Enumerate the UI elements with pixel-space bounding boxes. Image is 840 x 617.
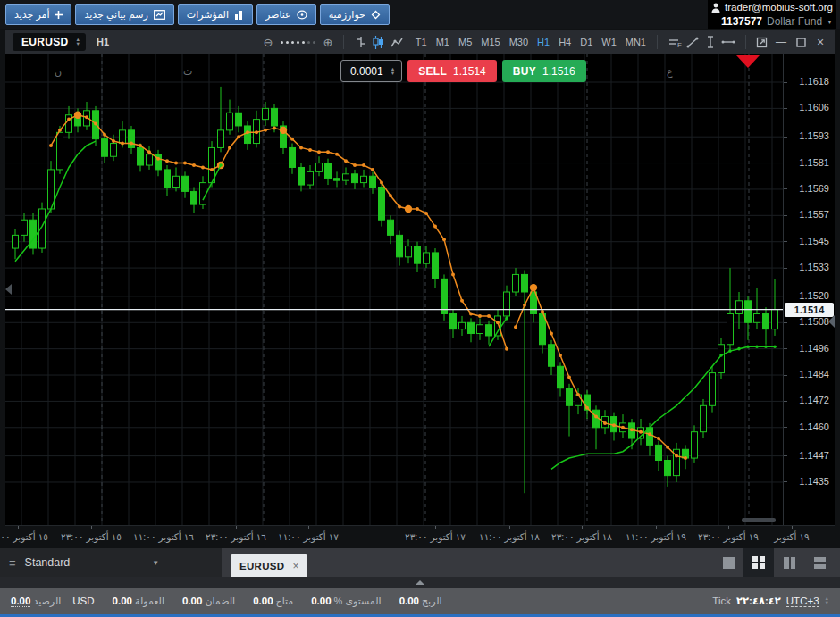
bull-candle bbox=[227, 113, 233, 130]
time-axis-label: ١٧ أكتوبر ١١:٠٠ bbox=[278, 531, 339, 542]
layout-grid-icon[interactable] bbox=[743, 548, 774, 577]
layout-single-icon[interactable] bbox=[713, 548, 743, 577]
bear-candle bbox=[325, 163, 332, 179]
bear-candle bbox=[272, 108, 278, 126]
indicator-line bbox=[15, 141, 96, 262]
timeframe-h1[interactable]: H1 bbox=[534, 35, 552, 49]
bull-candle bbox=[200, 183, 206, 204]
timeframe-m30[interactable]: M30 bbox=[507, 35, 531, 49]
metric-label: الربح bbox=[422, 596, 442, 607]
close-icon[interactable]: × bbox=[813, 35, 827, 49]
trendline-tool-icon[interactable] bbox=[684, 34, 701, 50]
timeframe-w1[interactable]: W1 bbox=[599, 35, 619, 49]
bull-candle bbox=[21, 220, 28, 235]
metric-value: 0.00 bbox=[182, 596, 202, 606]
bull-candle bbox=[218, 130, 224, 148]
indicators-button[interactable]: المؤشرات bbox=[178, 4, 253, 25]
bar-chart-type-icon[interactable] bbox=[352, 34, 370, 50]
layout-vertical-split-icon[interactable] bbox=[774, 548, 804, 577]
svg-text:F: F bbox=[677, 41, 682, 47]
popup-window-icon[interactable] bbox=[754, 35, 769, 49]
buy-button[interactable]: BUY 1.1516 bbox=[502, 60, 586, 82]
zoom-in-button[interactable]: ⊕ bbox=[321, 36, 335, 49]
spinner-arrows-icon[interactable]: ▲▼ bbox=[391, 67, 395, 76]
bear-candle bbox=[665, 461, 671, 476]
metric-value[interactable]: 0.00 bbox=[11, 596, 30, 607]
new-order-button[interactable]: أمر جديد bbox=[5, 4, 71, 25]
bull-candle bbox=[727, 313, 734, 344]
volume-stepper[interactable]: 0.0001 ▲▼ bbox=[340, 60, 402, 82]
zoom-out-button[interactable]: ⊖ bbox=[261, 36, 275, 49]
clock-panel: Tick ٢٢:٤٨:٤٢ UTC+3 ▲▼ bbox=[712, 595, 829, 607]
object-list-icon[interactable]: F bbox=[666, 34, 684, 50]
symbol-select[interactable]: EURUSD ▲▼ bbox=[13, 33, 86, 51]
axis-scroll-arrow[interactable] bbox=[828, 315, 835, 328]
bear-candle bbox=[236, 113, 242, 126]
toolbar-buttons: أمر جديدرسم بياني جديدالمؤشراتعناصرخوارز… bbox=[5, 4, 390, 25]
horizontal-line-tool-icon[interactable] bbox=[719, 34, 737, 50]
metric-value: 0.00 bbox=[253, 596, 273, 606]
bull-candle bbox=[772, 310, 778, 329]
account-selector[interactable]: 1137577 Dollar Fund ▼ bbox=[708, 14, 836, 29]
time-axis-label: ١٨ أكتوبر ٢٣:٠٠ bbox=[551, 531, 612, 542]
vertical-line-tool-icon[interactable] bbox=[701, 34, 719, 50]
bull-candle bbox=[147, 154, 153, 165]
maximize-icon[interactable] bbox=[794, 35, 808, 49]
indicator-turn-dot bbox=[530, 284, 537, 291]
timeframe-h4[interactable]: H4 bbox=[556, 35, 574, 49]
zoom-level-dots[interactable] bbox=[281, 41, 315, 44]
account-panel: trader@mobius-soft.org 1137577 Dollar Fu… bbox=[708, 0, 836, 29]
bear-candle bbox=[558, 366, 564, 388]
indicator-turn-dot bbox=[405, 205, 412, 213]
bull-candle bbox=[316, 163, 323, 172]
chart-canvas[interactable]: نثع 0.0001 ▲▼ SELL 1.1514 BUY 1.1516 bbox=[5, 54, 783, 525]
layout-select[interactable]: ≡ Standard ▼ bbox=[0, 548, 222, 577]
bear-candle bbox=[379, 188, 385, 221]
new-chart-button[interactable]: رسم بياني جديد bbox=[75, 4, 173, 25]
price-axis[interactable]: 1.16181.16061.15931.15811.15691.15571.15… bbox=[783, 54, 835, 525]
time-axis-label: ١٩ أكتوبر bbox=[774, 531, 809, 542]
metric-3: 0.00متاح bbox=[253, 596, 293, 607]
price-axis-label: 1.1496 bbox=[799, 343, 829, 354]
price-axis-label: 1.1520 bbox=[799, 290, 829, 301]
metric-value: 0.00 bbox=[311, 596, 331, 606]
chart-window: EURUSD ▲▼ H1 ⊖ ⊕ T1M1M5M15M30H1H4D1W1MN1 bbox=[5, 30, 835, 548]
line-chart-type-icon[interactable] bbox=[388, 34, 406, 50]
layout-horizontal-split-icon[interactable] bbox=[804, 548, 835, 577]
spinner-arrows-icon[interactable]: ▲▼ bbox=[75, 38, 80, 46]
bear-candle bbox=[352, 174, 358, 183]
sell-price: 1.1514 bbox=[453, 65, 486, 78]
bull-candle bbox=[710, 373, 716, 406]
timezone-selector[interactable]: UTC+3 bbox=[786, 596, 819, 607]
bear-candle bbox=[397, 235, 403, 256]
candlestick-chart-type-icon[interactable] bbox=[370, 34, 388, 50]
window-controls: — × bbox=[754, 35, 827, 49]
tab-eurusd[interactable]: EURUSD × bbox=[231, 554, 307, 577]
timeframe-m1[interactable]: M1 bbox=[433, 35, 452, 49]
bear-candle bbox=[522, 274, 528, 292]
period-label: H1 bbox=[97, 37, 109, 47]
spinner-arrows-icon[interactable]: ▲▼ bbox=[825, 596, 829, 605]
bull-candle bbox=[307, 171, 314, 185]
objects-button[interactable]: عناصر bbox=[256, 4, 316, 25]
bull-candle bbox=[459, 322, 466, 329]
algorithm-button[interactable]: خوارزمية bbox=[320, 4, 390, 25]
time-axis[interactable]: ١٥ أكتوبر ١١:٠٠١٥ أكتوبر ٢٣:٠٠١٦ أكتوبر … bbox=[5, 525, 835, 548]
expand-up-icon[interactable] bbox=[416, 580, 424, 585]
minimize-icon[interactable]: — bbox=[774, 35, 788, 49]
trading-terminal: أمر جديدرسم بياني جديدالمؤشراتعناصرخوارز… bbox=[0, 0, 840, 617]
timeframe-mn1[interactable]: MN1 bbox=[623, 35, 649, 49]
sell-button[interactable]: SELL 1.1514 bbox=[407, 60, 497, 82]
indicator-line bbox=[516, 288, 685, 458]
timeframe-t1[interactable]: T1 bbox=[413, 35, 430, 49]
timeframe-d1[interactable]: D1 bbox=[577, 35, 595, 49]
tab-close-icon[interactable]: × bbox=[292, 560, 298, 572]
metric-5: 0.00الربح bbox=[399, 596, 442, 607]
bear-candle bbox=[191, 191, 197, 204]
timeframe-m15[interactable]: M15 bbox=[478, 35, 502, 49]
horizontal-scrollbar[interactable] bbox=[742, 518, 776, 522]
timeframe-m5[interactable]: M5 bbox=[456, 35, 475, 49]
bull-candle bbox=[504, 292, 510, 316]
scroll-left-arrow[interactable] bbox=[5, 284, 12, 295]
button-label: خوارزمية bbox=[329, 9, 365, 21]
